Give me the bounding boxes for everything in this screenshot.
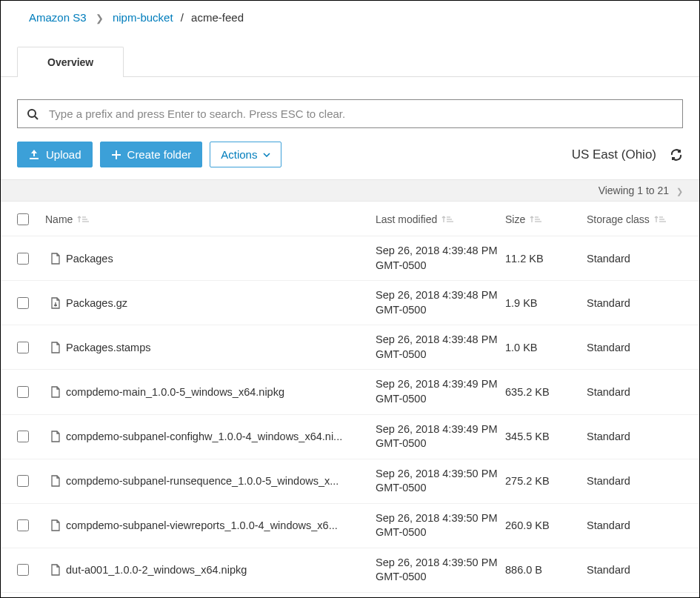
sort-icon: [530, 214, 543, 225]
row-checkbox[interactable]: [17, 475, 29, 487]
file-size: 1.0 KB: [505, 342, 587, 353]
search-container: [17, 99, 683, 128]
refresh-button[interactable]: [670, 148, 683, 162]
file-icon: [45, 342, 66, 353]
column-header-size[interactable]: Size: [505, 213, 587, 225]
file-icon: [45, 386, 66, 398]
row-checkbox[interactable]: [17, 519, 29, 531]
tab-overview[interactable]: Overview: [17, 47, 124, 77]
column-header-storage-class[interactable]: Storage class: [587, 213, 683, 225]
file-storage-class: Standard: [587, 342, 683, 353]
sort-icon: [441, 214, 455, 225]
select-all-checkbox[interactable]: [17, 213, 29, 225]
chevron-down-icon: [263, 153, 270, 157]
svg-rect-2: [30, 158, 39, 159]
file-storage-class: Standard: [587, 475, 683, 487]
file-modified: Sep 26, 2018 4:39:49 PM GMT-0500: [376, 377, 505, 406]
column-class-label: Storage class: [587, 213, 650, 225]
actions-label: Actions: [221, 148, 257, 161]
file-icon: [45, 519, 66, 531]
table-body: PackagesSep 26, 2018 4:39:48 PM GMT-0500…: [1, 236, 699, 598]
file-size: 886.0 B: [505, 564, 587, 576]
create-folder-button[interactable]: Create folder: [100, 142, 203, 167]
breadcrumb-root[interactable]: Amazon S3: [29, 11, 87, 24]
file-size: 345.5 KB: [505, 431, 587, 442]
upload-label: Upload: [46, 148, 81, 161]
upload-button[interactable]: Upload: [17, 142, 93, 167]
viewing-label: Viewing 1 to 21: [599, 185, 669, 196]
file-name[interactable]: Packages.gz: [66, 297, 127, 309]
table-row[interactable]: compdemo-subpanel-confighw_1.0.0-4_windo…: [1, 415, 699, 459]
row-checkbox[interactable]: [17, 297, 29, 309]
table-row[interactable]: Packages.gzSep 26, 2018 4:39:48 PM GMT-0…: [1, 281, 699, 325]
refresh-icon: [670, 148, 683, 162]
sort-icon: [654, 214, 667, 225]
column-header-modified[interactable]: Last modified: [376, 213, 505, 225]
tabs: Overview: [1, 46, 699, 77]
file-icon: [45, 253, 66, 265]
table-row[interactable]: compdemo-subpanel-runsequence_1.0.0-5_wi…: [1, 459, 699, 504]
file-size: 1.9 KB: [505, 297, 587, 309]
file-modified: Sep 26, 2018 4:39:50 PM GMT-0500: [376, 467, 505, 496]
actions-button[interactable]: Actions: [210, 142, 281, 167]
file-storage-class: Standard: [587, 519, 683, 531]
file-name[interactable]: compdemo-main_1.0.0-5_windows_x64.nipkg: [66, 386, 284, 398]
file-storage-class: Standard: [587, 386, 683, 398]
file-modified: Sep 26, 2018 4:39:49 PM GMT-0500: [376, 422, 505, 451]
file-name[interactable]: compdemo-subpanel-confighw_1.0.0-4_windo…: [66, 431, 342, 442]
table-row[interactable]: Packages.stampsSep 26, 2018 4:39:48 PM G…: [1, 325, 699, 370]
svg-line-1: [35, 116, 38, 119]
row-checkbox[interactable]: [17, 564, 29, 576]
file-icon: [45, 475, 66, 487]
file-name[interactable]: dut-a001_1.0.0-2_windows_x64.nipkg: [66, 564, 247, 576]
file-icon: [45, 297, 66, 309]
file-icon: [45, 564, 66, 576]
chevron-right-icon: ❯: [676, 187, 683, 196]
table-row[interactable]: PackagesSep 26, 2018 4:39:48 PM GMT-0500…: [1, 236, 699, 281]
column-size-label: Size: [505, 213, 525, 225]
file-size: 260.9 KB: [505, 519, 587, 531]
file-modified: Sep 26, 2018 4:39:48 PM GMT-0500: [376, 288, 505, 317]
column-name-label: Name: [45, 213, 73, 225]
table-header: Name Last modified Size Storage class: [1, 202, 699, 236]
file-modified: Sep 26, 2018 4:39:48 PM GMT-0500: [376, 244, 505, 273]
file-name[interactable]: compdemo-subpanel-runsequence_1.0.0-5_wi…: [66, 475, 339, 487]
table-row[interactable]: compdemo-main_1.0.0-5_windows_x64.nipkgS…: [1, 370, 699, 414]
row-checkbox[interactable]: [17, 342, 29, 353]
file-name[interactable]: Packages.stamps: [66, 342, 150, 353]
row-checkbox[interactable]: [17, 386, 29, 398]
file-modified: Sep 26, 2018 4:39:50 PM GMT-0500: [376, 511, 505, 540]
breadcrumb: Amazon S3 ❯ nipm-bucket / acme-feed: [1, 1, 699, 31]
plus-icon: [111, 150, 121, 160]
svg-rect-4: [112, 154, 121, 156]
file-storage-class: Standard: [587, 564, 683, 576]
file-modified: Sep 26, 2018 4:39:48 PM GMT-0500: [376, 333, 505, 362]
search-icon: [27, 108, 39, 120]
table-row[interactable]: dut-a001_1.0.0-2_windows_x64.nipkgSep 26…: [1, 548, 699, 593]
svg-point-0: [28, 110, 36, 117]
region-label: US East (Ohio): [572, 147, 656, 162]
file-storage-class: Standard: [587, 431, 683, 442]
breadcrumb-current: acme-feed: [191, 11, 244, 24]
row-checkbox[interactable]: [17, 431, 29, 442]
file-name[interactable]: Packages: [66, 253, 113, 265]
sort-icon: [77, 214, 90, 225]
row-checkbox[interactable]: [17, 253, 29, 265]
table-row[interactable]: dut-a002_1.0.0-2_windows_x64.nipkgSep 26…: [1, 593, 699, 598]
column-header-name[interactable]: Name: [45, 213, 376, 225]
search-input[interactable]: [49, 107, 673, 120]
svg-point-17: [55, 304, 57, 306]
chevron-right-icon: ❯: [96, 13, 104, 24]
file-size: 275.2 KB: [505, 475, 587, 487]
file-storage-class: Standard: [587, 297, 683, 309]
file-size: 11.2 KB: [505, 253, 587, 265]
path-separator: /: [181, 11, 184, 24]
breadcrumb-bucket[interactable]: nipm-bucket: [113, 11, 173, 24]
table-row[interactable]: compdemo-subpanel-viewreports_1.0.0-4_wi…: [1, 504, 699, 548]
pagination-bar: Viewing 1 to 21 ❯: [1, 179, 699, 202]
file-name[interactable]: compdemo-subpanel-viewreports_1.0.0-4_wi…: [66, 519, 338, 531]
column-modified-label: Last modified: [376, 213, 437, 225]
upload-icon: [28, 150, 40, 160]
create-folder-label: Create folder: [127, 148, 192, 161]
file-storage-class: Standard: [587, 253, 683, 265]
